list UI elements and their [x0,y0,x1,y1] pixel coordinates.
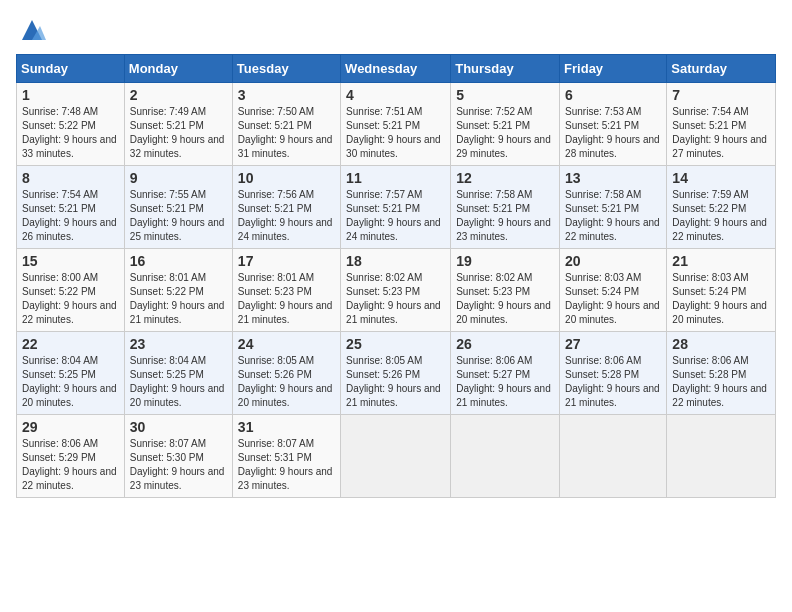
calendar-cell: 29 Sunrise: 8:06 AM Sunset: 5:29 PM Dayl… [17,415,125,498]
calendar-header-friday: Friday [560,55,667,83]
day-info: Sunrise: 7:48 AM Sunset: 5:22 PM Dayligh… [22,106,117,159]
calendar-cell: 18 Sunrise: 8:02 AM Sunset: 5:23 PM Dayl… [341,249,451,332]
calendar-cell: 20 Sunrise: 8:03 AM Sunset: 5:24 PM Dayl… [560,249,667,332]
calendar-header-thursday: Thursday [451,55,560,83]
calendar-cell: 13 Sunrise: 7:58 AM Sunset: 5:21 PM Dayl… [560,166,667,249]
day-number: 26 [456,336,554,352]
day-number: 22 [22,336,119,352]
calendar-header-wednesday: Wednesday [341,55,451,83]
day-info: Sunrise: 7:59 AM Sunset: 5:22 PM Dayligh… [672,189,767,242]
day-info: Sunrise: 7:49 AM Sunset: 5:21 PM Dayligh… [130,106,225,159]
day-info: Sunrise: 7:52 AM Sunset: 5:21 PM Dayligh… [456,106,551,159]
calendar-week-row: 22 Sunrise: 8:04 AM Sunset: 5:25 PM Dayl… [17,332,776,415]
day-info: Sunrise: 8:01 AM Sunset: 5:23 PM Dayligh… [238,272,333,325]
calendar-cell: 28 Sunrise: 8:06 AM Sunset: 5:28 PM Dayl… [667,332,776,415]
day-number: 5 [456,87,554,103]
calendar-cell: 14 Sunrise: 7:59 AM Sunset: 5:22 PM Dayl… [667,166,776,249]
day-number: 8 [22,170,119,186]
day-number: 14 [672,170,770,186]
day-info: Sunrise: 8:01 AM Sunset: 5:22 PM Dayligh… [130,272,225,325]
day-info: Sunrise: 8:02 AM Sunset: 5:23 PM Dayligh… [346,272,441,325]
day-number: 24 [238,336,335,352]
day-info: Sunrise: 8:05 AM Sunset: 5:26 PM Dayligh… [346,355,441,408]
calendar-cell: 2 Sunrise: 7:49 AM Sunset: 5:21 PM Dayli… [124,83,232,166]
calendar-cell: 15 Sunrise: 8:00 AM Sunset: 5:22 PM Dayl… [17,249,125,332]
calendar-cell: 9 Sunrise: 7:55 AM Sunset: 5:21 PM Dayli… [124,166,232,249]
calendar-cell: 25 Sunrise: 8:05 AM Sunset: 5:26 PM Dayl… [341,332,451,415]
calendar-cell: 5 Sunrise: 7:52 AM Sunset: 5:21 PM Dayli… [451,83,560,166]
day-info: Sunrise: 8:06 AM Sunset: 5:29 PM Dayligh… [22,438,117,491]
calendar-cell: 24 Sunrise: 8:05 AM Sunset: 5:26 PM Dayl… [232,332,340,415]
calendar-week-row: 1 Sunrise: 7:48 AM Sunset: 5:22 PM Dayli… [17,83,776,166]
day-number: 3 [238,87,335,103]
day-info: Sunrise: 7:56 AM Sunset: 5:21 PM Dayligh… [238,189,333,242]
calendar-cell: 3 Sunrise: 7:50 AM Sunset: 5:21 PM Dayli… [232,83,340,166]
logo [16,16,46,44]
calendar-cell: 1 Sunrise: 7:48 AM Sunset: 5:22 PM Dayli… [17,83,125,166]
calendar-cell: 4 Sunrise: 7:51 AM Sunset: 5:21 PM Dayli… [341,83,451,166]
day-info: Sunrise: 8:07 AM Sunset: 5:30 PM Dayligh… [130,438,225,491]
day-info: Sunrise: 7:50 AM Sunset: 5:21 PM Dayligh… [238,106,333,159]
calendar-cell: 7 Sunrise: 7:54 AM Sunset: 5:21 PM Dayli… [667,83,776,166]
calendar-cell: 11 Sunrise: 7:57 AM Sunset: 5:21 PM Dayl… [341,166,451,249]
day-info: Sunrise: 8:06 AM Sunset: 5:28 PM Dayligh… [565,355,660,408]
day-info: Sunrise: 8:02 AM Sunset: 5:23 PM Dayligh… [456,272,551,325]
calendar-cell: 12 Sunrise: 7:58 AM Sunset: 5:21 PM Dayl… [451,166,560,249]
day-number: 20 [565,253,661,269]
day-info: Sunrise: 8:03 AM Sunset: 5:24 PM Dayligh… [672,272,767,325]
calendar-cell: 16 Sunrise: 8:01 AM Sunset: 5:22 PM Dayl… [124,249,232,332]
day-info: Sunrise: 7:57 AM Sunset: 5:21 PM Dayligh… [346,189,441,242]
calendar-cell: 31 Sunrise: 8:07 AM Sunset: 5:31 PM Dayl… [232,415,340,498]
day-number: 6 [565,87,661,103]
day-info: Sunrise: 8:00 AM Sunset: 5:22 PM Dayligh… [22,272,117,325]
calendar-cell: 22 Sunrise: 8:04 AM Sunset: 5:25 PM Dayl… [17,332,125,415]
day-number: 15 [22,253,119,269]
calendar-cell [341,415,451,498]
day-info: Sunrise: 8:07 AM Sunset: 5:31 PM Dayligh… [238,438,333,491]
day-info: Sunrise: 8:06 AM Sunset: 5:27 PM Dayligh… [456,355,551,408]
day-number: 7 [672,87,770,103]
day-number: 11 [346,170,445,186]
day-number: 16 [130,253,227,269]
day-number: 18 [346,253,445,269]
day-number: 30 [130,419,227,435]
calendar-week-row: 8 Sunrise: 7:54 AM Sunset: 5:21 PM Dayli… [17,166,776,249]
calendar-cell: 23 Sunrise: 8:04 AM Sunset: 5:25 PM Dayl… [124,332,232,415]
logo-icon [18,16,46,44]
day-info: Sunrise: 7:54 AM Sunset: 5:21 PM Dayligh… [22,189,117,242]
day-number: 31 [238,419,335,435]
calendar-cell: 10 Sunrise: 7:56 AM Sunset: 5:21 PM Dayl… [232,166,340,249]
day-info: Sunrise: 8:06 AM Sunset: 5:28 PM Dayligh… [672,355,767,408]
day-info: Sunrise: 8:03 AM Sunset: 5:24 PM Dayligh… [565,272,660,325]
day-info: Sunrise: 8:04 AM Sunset: 5:25 PM Dayligh… [130,355,225,408]
calendar-header-saturday: Saturday [667,55,776,83]
day-number: 1 [22,87,119,103]
day-info: Sunrise: 7:58 AM Sunset: 5:21 PM Dayligh… [565,189,660,242]
day-number: 19 [456,253,554,269]
day-info: Sunrise: 8:05 AM Sunset: 5:26 PM Dayligh… [238,355,333,408]
day-number: 25 [346,336,445,352]
calendar-cell: 30 Sunrise: 8:07 AM Sunset: 5:30 PM Dayl… [124,415,232,498]
calendar-cell [451,415,560,498]
calendar-header-monday: Monday [124,55,232,83]
calendar-cell [667,415,776,498]
calendar-cell: 6 Sunrise: 7:53 AM Sunset: 5:21 PM Dayli… [560,83,667,166]
calendar-table: SundayMondayTuesdayWednesdayThursdayFrid… [16,54,776,498]
day-info: Sunrise: 8:04 AM Sunset: 5:25 PM Dayligh… [22,355,117,408]
day-info: Sunrise: 7:54 AM Sunset: 5:21 PM Dayligh… [672,106,767,159]
calendar-header-tuesday: Tuesday [232,55,340,83]
day-number: 21 [672,253,770,269]
day-number: 13 [565,170,661,186]
calendar-cell: 21 Sunrise: 8:03 AM Sunset: 5:24 PM Dayl… [667,249,776,332]
day-info: Sunrise: 7:53 AM Sunset: 5:21 PM Dayligh… [565,106,660,159]
calendar-header-row: SundayMondayTuesdayWednesdayThursdayFrid… [17,55,776,83]
day-number: 23 [130,336,227,352]
day-number: 4 [346,87,445,103]
calendar-cell: 27 Sunrise: 8:06 AM Sunset: 5:28 PM Dayl… [560,332,667,415]
calendar-week-row: 29 Sunrise: 8:06 AM Sunset: 5:29 PM Dayl… [17,415,776,498]
day-number: 29 [22,419,119,435]
day-number: 10 [238,170,335,186]
day-info: Sunrise: 7:58 AM Sunset: 5:21 PM Dayligh… [456,189,551,242]
calendar-cell: 26 Sunrise: 8:06 AM Sunset: 5:27 PM Dayl… [451,332,560,415]
day-info: Sunrise: 7:51 AM Sunset: 5:21 PM Dayligh… [346,106,441,159]
